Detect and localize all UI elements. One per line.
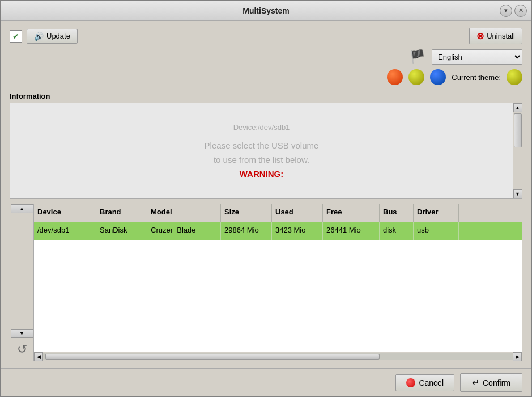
col-size: Size xyxy=(221,204,272,222)
col-device: Device xyxy=(34,204,96,222)
info-message-line1: Please select the USB volume xyxy=(205,141,319,150)
cell-free: 26441 Mio xyxy=(323,222,380,240)
cancel-button[interactable]: Cancel xyxy=(395,374,454,391)
content-area: ✔ 🔊 Update ⊗ Uninstall 🏴 English French … xyxy=(1,21,531,368)
table-body: /dev/sdb1 SanDisk Cruzer_Blade 29864 Mio… xyxy=(34,222,522,352)
uninstall-x-icon: ⊗ xyxy=(476,31,484,41)
table-header: Device Brand Model Size Used Free Bus Dr… xyxy=(34,204,522,222)
title-buttons: ▾ ✕ xyxy=(500,5,527,17)
update-speaker-icon: 🔊 xyxy=(34,32,44,41)
current-theme-label: Current theme: xyxy=(452,73,501,82)
minimize-button[interactable]: ▾ xyxy=(500,5,512,17)
table-scroll-up[interactable]: ▲ xyxy=(11,204,33,213)
col-free: Free xyxy=(323,204,380,222)
info-box: Device:/dev/sdb1 Please select the USB v… xyxy=(10,103,522,199)
scrollbar-down-arrow[interactable]: ▼ xyxy=(513,189,522,198)
theme-ball-current xyxy=(507,69,522,85)
update-checkbox[interactable]: ✔ xyxy=(10,30,22,43)
table-section: ▲ ▼ ↺ Device Brand Model Size Used Free xyxy=(10,204,522,361)
info-message-line2: to use from the list below. xyxy=(214,155,309,164)
scroll-right-arrow[interactable]: ▶ xyxy=(513,352,522,361)
col-model: Model xyxy=(147,204,221,222)
confirm-button[interactable]: ↵ Confirm xyxy=(460,373,522,392)
flag-icon: 🏴 xyxy=(407,49,427,65)
language-select[interactable]: English French German Spanish xyxy=(432,49,522,65)
theme-ball-blue[interactable] xyxy=(430,69,446,85)
confirm-label: Confirm xyxy=(483,378,510,387)
info-warning: WARNING: xyxy=(240,169,284,179)
refresh-icon-area[interactable]: ↺ xyxy=(10,338,33,361)
table-row[interactable]: /dev/sdb1 SanDisk Cruzer_Blade 29864 Mio… xyxy=(34,222,522,240)
close-button[interactable]: ✕ xyxy=(514,5,527,17)
device-path: Device:/dev/sdb1 xyxy=(233,123,290,132)
cell-driver: usb xyxy=(414,222,459,240)
table-content: Device Brand Model Size Used Free Bus Dr… xyxy=(34,204,522,361)
cell-model: Cruzer_Blade xyxy=(147,222,221,240)
cancel-label: Cancel xyxy=(419,378,444,387)
cancel-red-icon xyxy=(406,378,415,387)
refresh-icon[interactable]: ↺ xyxy=(17,342,27,357)
col-used: Used xyxy=(272,204,323,222)
top-row: ✔ 🔊 Update ⊗ Uninstall xyxy=(10,28,522,44)
scroll-h-thumb[interactable] xyxy=(45,354,380,360)
cell-used: 3423 Mio xyxy=(272,222,323,240)
cell-brand: SanDisk xyxy=(96,222,147,240)
col-driver: Driver xyxy=(414,204,459,222)
uninstall-label: Uninstall xyxy=(487,32,515,40)
table-scroll-down[interactable]: ▼ xyxy=(11,329,33,338)
uninstall-button[interactable]: ⊗ Uninstall xyxy=(469,28,522,44)
window-title: MultiSystem xyxy=(242,6,289,15)
update-label: Update xyxy=(46,32,70,40)
col-brand: Brand xyxy=(96,204,147,222)
horizontal-scrollbar[interactable]: ◀ ▶ xyxy=(34,352,522,361)
confirm-icon: ↵ xyxy=(472,377,479,388)
scrollbar-up-arrow[interactable]: ▲ xyxy=(513,103,522,112)
theme-ball-red[interactable] xyxy=(387,69,403,85)
theme-row: Current theme: xyxy=(10,69,522,85)
scroll-h-track[interactable] xyxy=(43,353,513,360)
cell-device: /dev/sdb1 xyxy=(34,222,96,240)
info-section: Information Device:/dev/sdb1 Please sele… xyxy=(10,92,522,199)
theme-ball-yellow[interactable] xyxy=(408,69,424,85)
table-empty-area xyxy=(34,240,522,286)
info-label: Information xyxy=(10,92,522,100)
scroll-left-arrow[interactable]: ◀ xyxy=(34,352,43,361)
right-controls: ⊗ Uninstall xyxy=(469,28,522,44)
table-left-sidebar: ▲ ▼ ↺ xyxy=(10,204,34,361)
update-button[interactable]: 🔊 Update xyxy=(27,29,78,44)
info-content: Device:/dev/sdb1 Please select the USB v… xyxy=(10,103,513,198)
col-bus: Bus xyxy=(380,204,414,222)
language-row: 🏴 English French German Spanish xyxy=(10,49,522,65)
scrollbar-thumb[interactable] xyxy=(514,113,522,147)
bottom-bar: Cancel ↵ Confirm xyxy=(1,368,531,396)
main-window: MultiSystem ▾ ✕ ✔ 🔊 Update ⊗ xyxy=(0,0,532,397)
info-scrollbar[interactable]: ▲ ▼ xyxy=(513,103,522,198)
left-controls: ✔ 🔊 Update xyxy=(10,29,78,44)
cell-size: 29864 Mio xyxy=(221,222,272,240)
table-scrollbar-area: ▲ ▼ xyxy=(10,204,33,338)
cell-bus: disk xyxy=(380,222,414,240)
title-bar: MultiSystem ▾ ✕ xyxy=(1,1,531,21)
